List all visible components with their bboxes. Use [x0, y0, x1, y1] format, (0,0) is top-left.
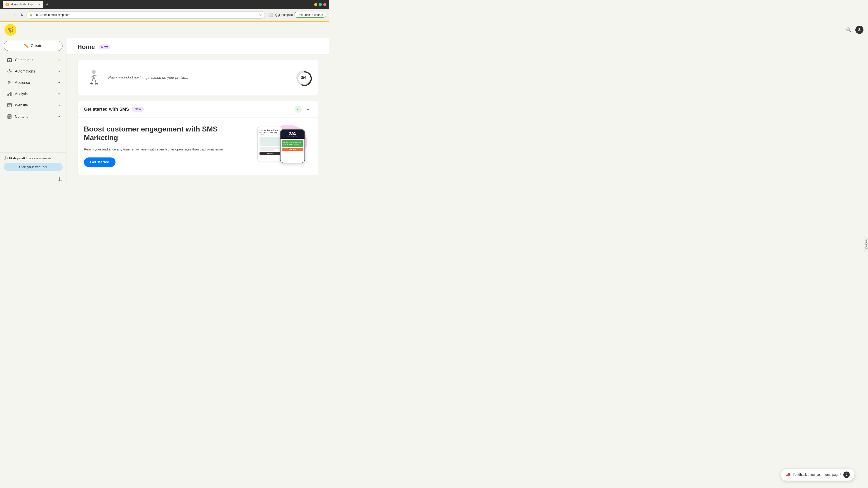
website-icon	[6, 102, 13, 108]
sms-section: Get started with SMS New ✓ ▲ Boost custo…	[77, 101, 318, 175]
svg-point-35	[97, 84, 98, 85]
svg-rect-27	[58, 177, 62, 181]
progress-label: 3/4	[301, 75, 306, 80]
sms-description: Reach your audience any time, anywhere—w…	[84, 147, 248, 152]
sidebar-item-content[interactable]: Content ▾	[4, 111, 63, 122]
sms-collapse-button[interactable]: ▲	[305, 105, 312, 113]
sms-phone-back-title: Join our text club and get 10% off your …	[259, 129, 280, 136]
svg-point-9	[9, 71, 10, 72]
create-label: Create	[31, 43, 42, 48]
incognito-label: Incognito	[281, 13, 293, 17]
content-area: Recommended next steps based on your pro…	[66, 55, 329, 181]
sms-phone-cta: Join Now	[282, 148, 303, 151]
start-trial-button[interactable]: Start your free trial	[4, 163, 63, 171]
incognito-indicator: Incognito	[275, 13, 293, 17]
svg-text:🐒: 🐒	[7, 27, 14, 33]
recommended-steps-card: Recommended next steps based on your pro…	[77, 60, 318, 95]
sms-phone-back-image	[259, 137, 280, 146]
window-controls	[314, 3, 327, 6]
sidebar-item-analytics[interactable]: Analytics ▾	[4, 89, 63, 99]
sidebar-bottom	[0, 175, 66, 184]
sms-phone-back-button: Join Now	[259, 152, 280, 155]
analytics-chevron: ▾	[58, 92, 60, 96]
content-label: Content	[15, 115, 58, 119]
audience-chevron: ▾	[58, 81, 60, 85]
lock-icon: 🔒	[29, 13, 33, 17]
automations-label: Automations	[15, 69, 58, 73]
window-minimize-button[interactable]	[314, 3, 317, 6]
sms-phone-time: 3:51	[289, 132, 296, 135]
new-tab-button[interactable]: +	[46, 2, 49, 7]
audience-label: Audience	[15, 80, 58, 85]
svg-point-29	[92, 70, 96, 74]
trial-text: to access a free trial.	[25, 157, 53, 160]
sidebar-item-website[interactable]: Website ▾	[4, 100, 63, 111]
browser-tab[interactable]: M Home | Mailchimp ✕	[3, 1, 43, 8]
app-header: 🐒 🔍 S	[0, 22, 329, 38]
url-text: us21.admin.mailchimp.com	[35, 13, 257, 17]
browser-action-icons: ⬜ Incognito Relaunch to update	[268, 12, 327, 18]
browser-chrome: M Home | Mailchimp ✕ +	[0, 0, 329, 9]
sidebar-inner: ✏️ Create Campaigns ▾ Automations ▾	[0, 38, 66, 153]
analytics-label: Analytics	[15, 92, 58, 96]
sms-phone-back-line2	[259, 149, 274, 151]
svg-rect-14	[8, 94, 8, 96]
main-content: Home New	[66, 22, 329, 184]
sidebar: ✏️ Create Campaigns ▾ Automations ▾	[0, 22, 66, 184]
mailchimp-logo[interactable]: 🐒	[4, 24, 16, 36]
sidebar-item-audience[interactable]: Audience ▾	[4, 77, 63, 88]
sidebar-collapse-button[interactable]	[58, 176, 63, 183]
bookmark-icon[interactable]: ☆	[259, 13, 262, 17]
sms-check-button[interactable]: ✓	[294, 105, 302, 113]
svg-rect-15	[9, 94, 10, 96]
relaunch-button[interactable]: Relaunch to update	[294, 12, 327, 18]
forward-button[interactable]: →	[11, 12, 17, 18]
url-bar-row: ← → ↻ 🔒 us21.admin.mailchimp.com ☆ ⬜ Inc…	[0, 9, 329, 21]
audience-icon	[6, 79, 13, 86]
sms-section-header: Get started with SMS New ✓ ▲	[78, 101, 318, 118]
pencil-icon: ✏️	[24, 43, 29, 48]
automations-chevron: ▾	[58, 70, 60, 73]
campaigns-icon	[6, 57, 13, 63]
extensions-icon[interactable]: ⬜	[268, 12, 274, 18]
sms-right-illustration: Join our text club and get 10% off your …	[257, 125, 312, 168]
sms-phone-back: Join our text club and get 10% off your …	[257, 127, 282, 161]
back-button[interactable]: ←	[3, 12, 9, 18]
app-layout: 🐒 🔍 S ✏️ Create Campaigns ▾	[0, 22, 329, 184]
page-new-badge: New	[98, 44, 111, 50]
progress-circle: 3/4	[296, 70, 311, 85]
website-chevron: ▾	[58, 103, 60, 107]
sms-cta-button[interactable]: Get started	[84, 158, 116, 167]
content-icon	[6, 113, 13, 120]
svg-point-7	[11, 59, 11, 59]
svg-point-34	[95, 84, 96, 85]
campaigns-label: Campaigns	[15, 58, 58, 62]
svg-point-12	[8, 81, 10, 83]
svg-point-26	[5, 159, 6, 160]
svg-point-33	[92, 84, 94, 85]
sms-phone-back-line1	[259, 147, 280, 149]
sms-new-badge: New	[132, 107, 144, 111]
sidebar-item-campaigns[interactable]: Campaigns ▾	[4, 55, 63, 66]
window-close-button[interactable]	[323, 3, 327, 6]
svg-point-6	[8, 59, 8, 59]
automations-icon	[6, 68, 13, 74]
window-maximize-button[interactable]	[319, 3, 322, 6]
create-button[interactable]: ✏️ Create	[4, 41, 63, 51]
steps-illustration	[85, 67, 103, 88]
refresh-button[interactable]: ↻	[19, 12, 25, 18]
sidebar-nav: Campaigns ▾ Automations ▾ Audience ▾	[4, 55, 63, 122]
website-label: Website	[15, 103, 58, 107]
page-title: Home	[77, 43, 95, 51]
analytics-icon	[6, 91, 13, 97]
sidebar-item-automations[interactable]: Automations ▾	[4, 66, 63, 77]
svg-point-13	[10, 81, 11, 83]
page-header: Home New	[66, 38, 329, 55]
sms-title: Get started with SMS	[84, 107, 129, 112]
trial-info-text: 89 days left to access a free trial.	[4, 156, 63, 160]
sms-body: Boost customer engagement with SMS Marke…	[78, 118, 318, 175]
tab-favicon: M	[5, 3, 9, 6]
url-bar[interactable]: 🔒 us21.admin.mailchimp.com ☆	[26, 11, 265, 19]
tab-close-icon[interactable]: ✕	[38, 3, 41, 6]
sms-phone-message: Join our text club and get 10% off your …	[283, 141, 302, 146]
